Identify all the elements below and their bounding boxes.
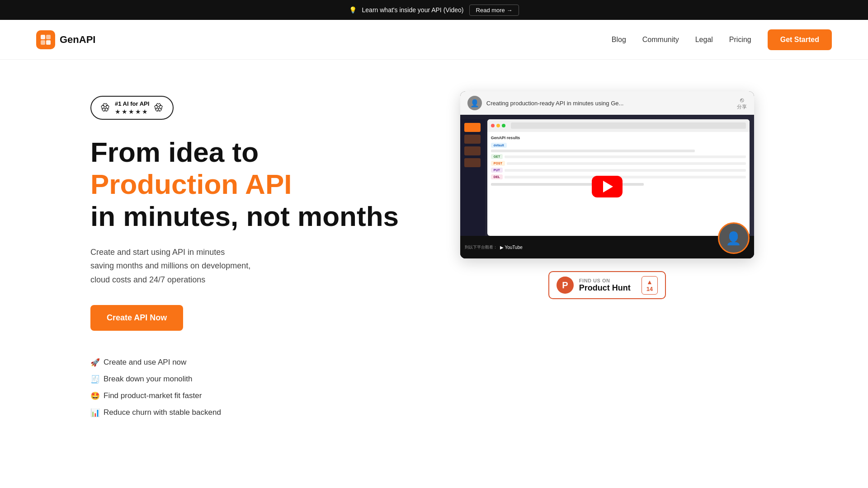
hero-subtitle-line2: saving months and millions on developmen… [90,261,250,270]
video-sidebar [460,119,485,236]
product-hunt-icon: P [557,277,574,294]
vs-sidebar-item [464,158,481,167]
ph-upvote-arrow: ▲ [646,278,653,286]
svg-rect-2 [41,40,45,45]
presenter-avatar: 👤 [718,222,750,254]
vs-sidebar-item [464,146,481,155]
feature-text-1: Break down your monolith [104,375,193,384]
hero-subtitle-line1: Create and start using API in minutes [90,248,225,257]
hero-left: 🏵 #1 AI for API ★★★★★ 🏵 From idea to Pro… [90,87,401,418]
create-api-button[interactable]: Create API Now [90,305,183,331]
vs-content-bar5 [505,176,746,178]
vs-content-bar [491,150,695,152]
vs-toolbar [487,119,750,132]
read-more-button[interactable]: Read more → [469,5,519,16]
vs-row: default [491,143,746,148]
vs-tag-get: GET [491,154,503,159]
vs-content-bar3 [507,162,746,165]
logo-link[interactable]: GenAPI [36,30,95,49]
list-item: 📊 Reduce churn with stable backend [90,408,401,418]
vs-address-bar [511,122,746,129]
vs-tag-delete: DEL [491,174,503,179]
vs-footer-text: 到以下平台觀看： [465,244,497,250]
feature-icon-0: 🚀 [90,358,100,367]
video-title-text: Creating production-ready API in minutes… [486,100,732,107]
award-text: #1 AI for API [115,100,149,108]
hero-title-line1: From idea to [90,136,259,168]
video-container[interactable]: 👤 Creating production-ready API in minut… [460,91,754,258]
feature-icon-2: 🤩 [90,391,100,401]
list-item: 🤩 Find product-market fit faster [90,391,401,401]
ph-upvote-badge[interactable]: ▲ 14 [642,276,658,295]
hero-right: 👤 Creating production-ready API in minut… [437,87,778,299]
vs-dot-yellow [496,124,500,127]
video-body: GenAPI results default GET [460,115,754,258]
logo-icon [36,30,55,49]
vs-tag: default [491,143,507,148]
ph-upvote-count: 14 [646,286,653,292]
hero-subtitle-line3: cloud costs and 24/7 operations [90,275,205,284]
share-label: 分享 [737,103,747,110]
video-avatar: 👤 [467,96,482,110]
hero-subtitle: Create and start using API in minutes sa… [90,245,316,287]
share-icon: ⎋ [740,96,744,103]
vs-row: POST [491,161,746,166]
share-area: ⎋ 分享 [737,96,747,110]
vs-sidebar-item [464,123,481,132]
feature-icon-3: 📊 [90,408,100,418]
svg-rect-3 [46,40,51,45]
video-footer-bar: 到以下平台觀看： ▶ YouTube [460,236,754,258]
hero-title-line2: Production API [90,169,292,200]
stars: ★★★★★ [115,108,149,115]
nav-links: Blog Community Legal Pricing Get Started [612,29,832,50]
hero-title: From idea to Production API in minutes, … [90,136,401,233]
hero-title-line3-pre: in minutes, [90,201,238,232]
feature-list: 🚀 Create and use API now 🧾 Break down yo… [90,358,401,418]
feature-text-0: Create and use API now [104,358,186,367]
list-item: 🧾 Break down your monolith [90,375,401,384]
ph-find-us-text: FIND US ON [579,278,636,283]
award-badge: 🏵 #1 AI for API ★★★★★ 🏵 [90,96,174,120]
product-hunt-badge[interactable]: P FIND US ON Product Hunt ▲ 14 [548,271,666,299]
nav-legal[interactable]: Legal [695,36,713,44]
announcement-text: Learn what's inside your API (Video) [362,6,464,14]
video-header: 👤 Creating production-ready API in minut… [460,91,754,115]
feature-text-3: Reduce churn with stable backend [104,408,221,417]
vs-sidebar-item [464,135,481,144]
laurel-right-icon: 🏵 [154,102,164,113]
laurel-left-icon: 🏵 [100,102,110,113]
svg-rect-1 [46,35,51,39]
vs-tag-post: POST [491,161,505,166]
nav-pricing[interactable]: Pricing [729,36,751,44]
ph-text-area: FIND US ON Product Hunt [579,278,636,293]
youtube-play-button[interactable] [592,176,623,197]
navbar: GenAPI Blog Community Legal Pricing Get … [0,20,868,60]
vs-tag-put: PUT [491,168,503,173]
hero-title-line3-bold: not months [238,201,399,232]
svg-rect-0 [41,35,45,39]
vs-row: GET [491,154,746,159]
feature-icon-1: 🧾 [90,375,100,384]
announcement-bar: 💡 Learn what's inside your API (Video) R… [0,0,868,20]
ph-name-text: Product Hunt [579,283,636,293]
nav-blog[interactable]: Blog [612,36,626,44]
vs-row: PUT [491,168,746,173]
vs-row [491,150,746,152]
hero-section: 🏵 #1 AI for API ★★★★★ 🏵 From idea to Pro… [0,60,868,466]
bulb-icon: 💡 [349,6,357,14]
feature-text-2: Find product-market fit faster [104,391,202,400]
get-started-button[interactable]: Get Started [768,29,832,50]
vs-content-bar4 [505,169,746,172]
vs-content-bar2 [505,155,746,158]
vs-dot-green [502,124,505,127]
vs-dot-red [491,124,495,127]
logo-text: GenAPI [60,34,95,46]
ph-name-label: Product Hunt [579,283,631,292]
list-item: 🚀 Create and use API now [90,358,401,367]
nav-community[interactable]: Community [642,36,679,44]
youtube-label: ▶ YouTube [500,245,523,250]
